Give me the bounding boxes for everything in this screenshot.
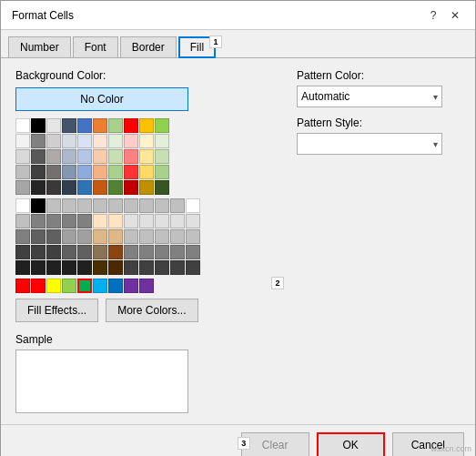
color-cell[interactable] bbox=[155, 198, 169, 213]
help-button[interactable]: ? bbox=[424, 6, 442, 25]
color-cell[interactable] bbox=[155, 149, 169, 164]
color-cell[interactable] bbox=[62, 149, 76, 164]
color-cell[interactable] bbox=[186, 245, 200, 259]
color-cell[interactable] bbox=[62, 260, 76, 275]
pattern-style-select[interactable]: ▾ bbox=[297, 133, 442, 155]
color-cell[interactable] bbox=[139, 149, 154, 164]
tab-fill[interactable]: Fill 1 bbox=[178, 36, 216, 58]
color-cell[interactable] bbox=[108, 134, 123, 148]
color-cell[interactable] bbox=[77, 214, 92, 228]
color-cell[interactable] bbox=[62, 118, 76, 133]
color-cell[interactable] bbox=[46, 245, 61, 259]
color-cell[interactable] bbox=[108, 198, 123, 213]
color-cell[interactable] bbox=[62, 165, 76, 179]
more-colors-button[interactable]: More Colors... bbox=[106, 299, 197, 322]
color-cell[interactable] bbox=[93, 149, 107, 164]
color-cell[interactable] bbox=[15, 229, 30, 244]
color-cell[interactable] bbox=[46, 149, 61, 164]
no-color-button[interactable]: No Color bbox=[15, 87, 188, 111]
ok-button[interactable]: OK bbox=[317, 432, 385, 456]
accent-color-cell[interactable] bbox=[46, 279, 61, 293]
color-cell[interactable] bbox=[62, 229, 76, 244]
color-cell[interactable] bbox=[108, 118, 123, 133]
clear-button[interactable]: Clear bbox=[241, 432, 309, 456]
color-cell[interactable] bbox=[31, 118, 46, 133]
color-cell[interactable] bbox=[108, 180, 123, 195]
fill-effects-button[interactable]: Fill Effects... bbox=[15, 299, 98, 322]
color-cell[interactable] bbox=[155, 134, 169, 148]
color-cell[interactable] bbox=[46, 118, 61, 133]
accent-color-cell[interactable] bbox=[77, 279, 92, 293]
accent-color-cell[interactable] bbox=[108, 279, 123, 293]
color-cell[interactable] bbox=[155, 260, 169, 275]
color-cell[interactable] bbox=[46, 165, 61, 179]
color-cell[interactable] bbox=[139, 180, 154, 195]
color-cell[interactable] bbox=[155, 180, 169, 195]
color-cell[interactable] bbox=[15, 134, 30, 148]
color-cell[interactable] bbox=[93, 198, 107, 213]
color-cell[interactable] bbox=[155, 229, 169, 244]
color-cell[interactable] bbox=[93, 165, 107, 179]
color-cell[interactable] bbox=[186, 198, 200, 213]
color-cell[interactable] bbox=[31, 229, 46, 244]
accent-color-cell[interactable] bbox=[15, 279, 30, 293]
color-cell[interactable] bbox=[155, 214, 169, 228]
color-cell[interactable] bbox=[15, 165, 30, 179]
color-cell[interactable] bbox=[77, 165, 92, 179]
accent-color-cell[interactable] bbox=[124, 279, 138, 293]
color-cell[interactable] bbox=[139, 245, 154, 259]
color-cell[interactable] bbox=[108, 214, 123, 228]
color-cell[interactable] bbox=[139, 134, 154, 148]
color-cell[interactable] bbox=[170, 229, 185, 244]
tab-number[interactable]: Number bbox=[8, 36, 71, 58]
color-cell[interactable] bbox=[93, 118, 107, 133]
accent-color-cell[interactable] bbox=[139, 279, 154, 293]
color-cell[interactable] bbox=[77, 180, 92, 195]
color-cell[interactable] bbox=[77, 229, 92, 244]
color-cell[interactable] bbox=[108, 149, 123, 164]
color-cell[interactable] bbox=[31, 134, 46, 148]
color-cell[interactable] bbox=[124, 214, 138, 228]
color-cell[interactable] bbox=[46, 180, 61, 195]
color-cell[interactable] bbox=[77, 134, 92, 148]
color-cell[interactable] bbox=[15, 260, 30, 275]
color-cell[interactable] bbox=[155, 245, 169, 259]
color-cell[interactable] bbox=[124, 260, 138, 275]
color-cell[interactable] bbox=[186, 229, 200, 244]
color-cell[interactable] bbox=[62, 180, 76, 195]
accent-color-cell[interactable] bbox=[62, 279, 76, 293]
color-cell[interactable] bbox=[62, 245, 76, 259]
color-cell[interactable] bbox=[108, 229, 123, 244]
color-cell[interactable] bbox=[124, 165, 138, 179]
color-cell[interactable] bbox=[93, 245, 107, 259]
color-cell[interactable] bbox=[93, 229, 107, 244]
color-cell[interactable] bbox=[139, 229, 154, 244]
accent-color-cell[interactable] bbox=[31, 279, 46, 293]
color-cell[interactable] bbox=[139, 118, 154, 133]
color-cell[interactable] bbox=[77, 260, 92, 275]
color-cell[interactable] bbox=[31, 214, 46, 228]
color-cell[interactable] bbox=[46, 134, 61, 148]
color-cell[interactable] bbox=[62, 198, 76, 213]
color-cell[interactable] bbox=[15, 214, 30, 228]
color-cell[interactable] bbox=[139, 198, 154, 213]
color-cell[interactable] bbox=[15, 198, 30, 213]
color-cell[interactable] bbox=[124, 134, 138, 148]
color-cell[interactable] bbox=[170, 245, 185, 259]
color-cell[interactable] bbox=[77, 198, 92, 213]
color-cell[interactable] bbox=[108, 245, 123, 259]
tab-border[interactable]: Border bbox=[120, 36, 177, 58]
color-cell[interactable] bbox=[108, 165, 123, 179]
color-cell[interactable] bbox=[124, 180, 138, 195]
color-cell[interactable] bbox=[108, 260, 123, 275]
color-cell[interactable] bbox=[93, 214, 107, 228]
color-cell[interactable] bbox=[62, 214, 76, 228]
color-cell[interactable] bbox=[186, 214, 200, 228]
color-cell[interactable] bbox=[31, 245, 46, 259]
color-cell[interactable] bbox=[139, 214, 154, 228]
tab-font[interactable]: Font bbox=[73, 36, 118, 58]
color-cell[interactable] bbox=[93, 260, 107, 275]
color-cell[interactable] bbox=[93, 134, 107, 148]
color-cell[interactable] bbox=[170, 260, 185, 275]
color-cell[interactable] bbox=[31, 180, 46, 195]
